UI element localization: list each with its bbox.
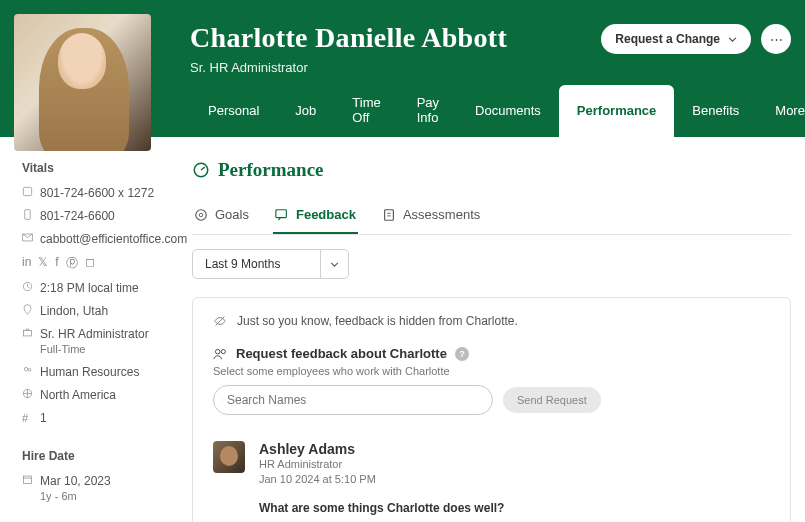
help-icon[interactable]: ?: [455, 347, 469, 361]
profile-avatar: [14, 14, 151, 151]
clipboard-icon: [382, 208, 396, 222]
vitals-phone: 801-724-6600: [22, 208, 160, 224]
subtab-assessments[interactable]: Assessments: [380, 199, 482, 234]
clock-icon: [22, 281, 33, 292]
facebook-icon[interactable]: f: [55, 255, 58, 272]
author-avatar: [213, 441, 245, 473]
date-range-select[interactable]: Last 9 Months: [192, 249, 349, 279]
hire-date-heading: Hire Date: [22, 449, 160, 463]
main-content: Performance Goals Feedback Assessments L…: [170, 137, 805, 522]
linkedin-icon[interactable]: in: [22, 255, 31, 272]
feedback-role: HR Administrator: [259, 458, 770, 470]
employee-subtitle: Sr. HR Administrator: [190, 60, 805, 75]
mail-icon: [22, 232, 33, 243]
hash-icon: #: [22, 411, 33, 422]
request-change-button[interactable]: Request a Change: [601, 24, 751, 54]
phone-icon: [22, 186, 33, 197]
instagram-icon[interactable]: ◻: [85, 255, 95, 272]
search-names-input[interactable]: [213, 385, 493, 415]
performance-subtabs: Goals Feedback Assessments: [192, 199, 791, 235]
vitals-local-time: 2:18 PM local time: [22, 280, 160, 296]
target-icon: [194, 208, 208, 222]
nav-time-off[interactable]: Time Off: [334, 85, 398, 137]
social-links: in 𝕏 f ⓟ ◻: [22, 255, 160, 272]
vitals-sidebar: Vitals 801-724-6600 x 1272 801-724-6600 …: [0, 137, 170, 522]
vitals-region: North America: [22, 387, 160, 403]
svg-point-12: [199, 213, 203, 217]
briefcase-icon: [22, 327, 33, 338]
nav-benefits[interactable]: Benefits: [674, 85, 757, 137]
more-actions-button[interactable]: ⋯: [761, 24, 791, 54]
profile-nav: Personal Job Time Off Pay Info Documents…: [190, 85, 791, 137]
svg-rect-8: [23, 476, 31, 484]
vitals-number: # 1: [22, 410, 160, 426]
svg-rect-4: [23, 330, 31, 336]
nav-pay-info[interactable]: Pay Info: [399, 85, 457, 137]
twitter-icon[interactable]: 𝕏: [38, 255, 48, 272]
feedback-icon: [275, 208, 289, 222]
page-title: Performance: [218, 159, 324, 181]
gauge-icon: [192, 161, 210, 179]
vitals-department: Human Resources: [22, 364, 160, 380]
ellipsis-icon: ⋯: [770, 32, 783, 47]
profile-header: Charlotte Danielle Abbott Sr. HR Adminis…: [0, 0, 805, 137]
vitals-email: cabbott@efficientoffice.com: [22, 231, 160, 247]
svg-point-11: [196, 209, 207, 220]
subtab-feedback[interactable]: Feedback: [273, 199, 358, 234]
nav-performance[interactable]: Performance: [559, 85, 674, 137]
pinterest-icon[interactable]: ⓟ: [66, 255, 78, 272]
feedback-date: Jan 10 2024 at 5:10 PM: [259, 473, 770, 485]
chevron-down-icon: [320, 250, 348, 278]
date-range-value: Last 9 Months: [193, 250, 320, 278]
vitals-title: Sr. HR Administrator Full-Time: [22, 326, 160, 357]
chevron-down-icon: [728, 37, 737, 42]
nav-job[interactable]: Job: [277, 85, 334, 137]
globe-icon: [22, 388, 33, 399]
svg-point-6: [28, 368, 31, 371]
svg-point-5: [24, 367, 27, 370]
hire-date: Mar 10, 2023 1y - 6m: [22, 473, 160, 504]
request-feedback-heading: Request feedback about Charlotte ?: [213, 346, 770, 361]
nav-documents[interactable]: Documents: [457, 85, 559, 137]
nav-more[interactable]: More: [757, 85, 805, 137]
people-icon: [213, 346, 228, 361]
feedback-question: What are some things Charlotte does well…: [259, 501, 770, 515]
svg-rect-13: [276, 209, 287, 217]
nav-personal[interactable]: Personal: [190, 85, 277, 137]
request-caption: Select some employees who work with Char…: [213, 365, 770, 377]
svg-rect-1: [25, 210, 31, 220]
feedback-author: Ashley Adams: [259, 441, 770, 457]
svg-point-15: [215, 349, 220, 354]
vitals-location: Lindon, Utah: [22, 303, 160, 319]
vitals-heading: Vitals: [22, 161, 160, 175]
mobile-icon: [22, 209, 33, 220]
hidden-hint: Just so you know, feedback is hidden fro…: [213, 314, 770, 328]
feedback-entry: Ashley Adams HR Administrator Jan 10 202…: [213, 441, 770, 522]
vitals-phone-ext: 801-724-6600 x 1272: [22, 185, 160, 201]
request-change-label: Request a Change: [615, 32, 720, 46]
svg-rect-0: [23, 187, 31, 195]
svg-point-16: [221, 350, 225, 354]
subtab-goals[interactable]: Goals: [192, 199, 251, 234]
pin-icon: [22, 304, 33, 315]
eye-off-icon: [213, 314, 227, 328]
svg-rect-14: [385, 209, 394, 220]
feedback-card: Just so you know, feedback is hidden fro…: [192, 297, 791, 522]
people-icon: [22, 365, 33, 376]
calendar-icon: [22, 474, 33, 485]
send-request-button[interactable]: Send Request: [503, 387, 601, 413]
